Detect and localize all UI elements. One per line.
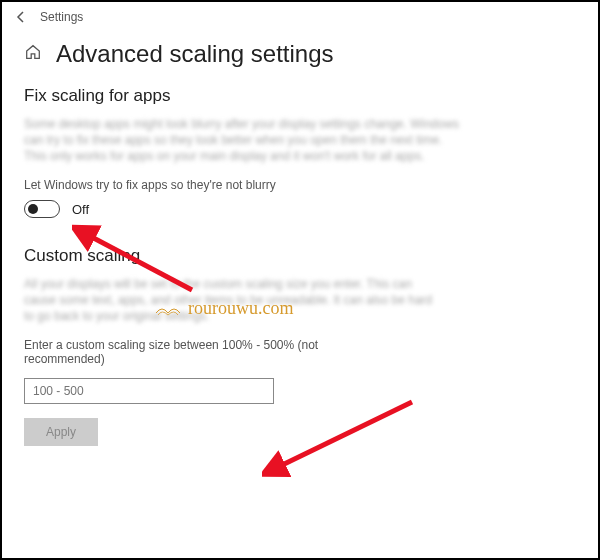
- toggle-value: Off: [72, 202, 89, 217]
- custom-scaling-input[interactable]: [24, 378, 274, 404]
- section-fix-scaling: Fix scaling for apps: [24, 86, 576, 106]
- page-title: Advanced scaling settings: [56, 40, 334, 68]
- back-icon[interactable]: [14, 10, 28, 24]
- toggle-caption: Let Windows try to fix apps so they're n…: [24, 178, 444, 192]
- section-custom-scaling: Custom scaling: [24, 246, 576, 266]
- window-header: Settings: [2, 2, 598, 26]
- fix-scaling-description: Some desktop apps might look blurry afte…: [24, 116, 464, 164]
- fix-scaling-toggle[interactable]: [24, 200, 60, 218]
- custom-scaling-input-label: Enter a custom scaling size between 100%…: [24, 338, 324, 366]
- home-icon[interactable]: [24, 43, 42, 65]
- page-content: Advanced scaling settings Fix scaling fo…: [2, 26, 598, 452]
- custom-scaling-description: All your displays will be set to the cus…: [24, 276, 444, 324]
- header-title: Settings: [40, 10, 83, 24]
- apply-button[interactable]: Apply: [24, 418, 98, 446]
